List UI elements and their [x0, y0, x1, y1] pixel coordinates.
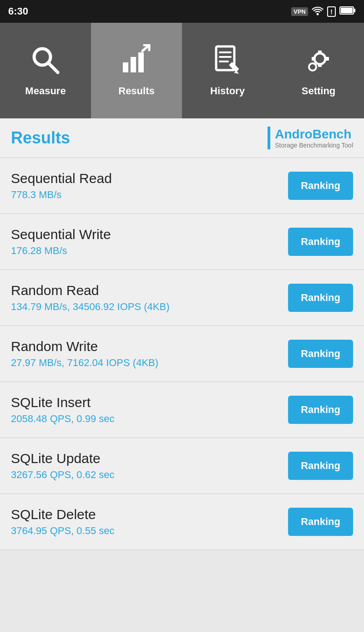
result-name: Sequential Write	[11, 227, 111, 242]
result-row: Random Read134.79 MB/s, 34506.92 IOPS (4…	[0, 270, 364, 326]
result-name: Sequential Read	[11, 171, 112, 186]
ranking-button[interactable]: Ranking	[288, 228, 353, 256]
wifi-icon	[312, 5, 324, 17]
results-icon	[121, 44, 152, 81]
brand-text: AndroBench Storage Benchmarking Tool	[275, 127, 353, 149]
brand-subtitle: Storage Benchmarking Tool	[275, 142, 353, 149]
svg-point-16	[314, 53, 325, 64]
svg-rect-7	[131, 57, 136, 72]
result-row: Sequential Read778.3 MB/sRanking	[0, 158, 364, 214]
settings-icon	[303, 44, 334, 81]
result-row: SQLite Delete3764.95 QPS, 0.55 secRankin…	[0, 494, 364, 550]
ranking-button[interactable]: Ranking	[288, 396, 353, 424]
tab-setting-label: Setting	[302, 85, 336, 97]
result-value: 2058.48 QPS, 0.99 sec	[11, 413, 115, 425]
result-value: 176.28 MB/s	[11, 245, 111, 257]
result-value: 134.79 MB/s, 34506.92 IOPS (4KB)	[11, 301, 170, 313]
tab-history-label: History	[210, 85, 245, 97]
svg-point-17	[309, 63, 316, 71]
status-time: 6:30	[8, 5, 28, 17]
result-info: Random Write27.97 MB/s, 7162.04 IOPS (4K…	[11, 339, 158, 369]
svg-rect-20	[312, 57, 315, 61]
svg-rect-6	[123, 62, 128, 72]
tab-measure-label: Measure	[25, 85, 66, 97]
results-header: Results AndroBench Storage Benchmarking …	[0, 118, 364, 158]
svg-point-0	[317, 13, 319, 15]
result-value: 3267.56 QPS, 0.62 sec	[11, 469, 115, 481]
result-row: Random Write27.97 MB/s, 7162.04 IOPS (4K…	[0, 326, 364, 382]
brand-name: AndroBench	[275, 127, 353, 142]
tab-history[interactable]: History	[182, 23, 273, 118]
brand-bar	[268, 127, 270, 149]
ranking-button[interactable]: Ranking	[288, 508, 353, 536]
result-info: SQLite Update3267.56 QPS, 0.62 sec	[11, 451, 115, 481]
result-info: Sequential Write176.28 MB/s	[11, 227, 111, 257]
tab-measure[interactable]: Measure	[0, 23, 91, 118]
history-icon	[212, 44, 243, 81]
result-info: Random Read134.79 MB/s, 34506.92 IOPS (4…	[11, 283, 170, 313]
svg-rect-21	[325, 57, 329, 61]
svg-rect-3	[341, 8, 353, 13]
search-icon	[30, 44, 61, 81]
result-value: 778.3 MB/s	[11, 189, 112, 201]
tab-results[interactable]: Results	[91, 23, 182, 118]
battery-icon	[339, 6, 356, 17]
svg-marker-15	[234, 71, 239, 74]
result-value: 27.97 MB/s, 7162.04 IOPS (4KB)	[11, 357, 158, 369]
result-value: 3764.95 QPS, 0.55 sec	[11, 525, 115, 537]
svg-line-5	[48, 63, 58, 72]
brand-logo: AndroBench Storage Benchmarking Tool	[268, 127, 353, 149]
tab-setting[interactable]: Setting	[273, 23, 364, 118]
svg-rect-19	[318, 63, 322, 67]
result-info: Sequential Read778.3 MB/s	[11, 171, 112, 201]
ranking-button[interactable]: Ranking	[288, 340, 353, 368]
result-name: SQLite Insert	[11, 395, 115, 410]
status-icons: VPN !	[291, 5, 356, 17]
result-row: Sequential Write176.28 MB/sRanking	[0, 214, 364, 270]
result-name: SQLite Update	[11, 451, 115, 466]
results-list: Sequential Read778.3 MB/sRankingSequenti…	[0, 158, 364, 550]
tab-results-label: Results	[118, 85, 154, 97]
alert-icon: !	[327, 6, 336, 17]
result-name: Random Read	[11, 283, 170, 298]
nav-tabs: Measure Results	[0, 23, 364, 118]
result-info: SQLite Delete3764.95 QPS, 0.55 sec	[11, 507, 115, 537]
ranking-button[interactable]: Ranking	[288, 172, 353, 200]
status-bar: 6:30 VPN !	[0, 0, 364, 23]
result-info: SQLite Insert2058.48 QPS, 0.99 sec	[11, 395, 115, 425]
result-name: Random Write	[11, 339, 158, 354]
page-title: Results	[11, 128, 70, 148]
result-row: SQLite Insert2058.48 QPS, 0.99 secRankin…	[0, 382, 364, 438]
svg-rect-8	[138, 52, 144, 72]
ranking-button[interactable]: Ranking	[288, 452, 353, 480]
vpn-icon: VPN	[291, 7, 308, 16]
ranking-button[interactable]: Ranking	[288, 284, 353, 312]
result-row: SQLite Update3267.56 QPS, 0.62 secRankin…	[0, 438, 364, 494]
result-name: SQLite Delete	[11, 507, 115, 522]
svg-rect-2	[354, 9, 355, 12]
svg-rect-18	[318, 51, 322, 54]
